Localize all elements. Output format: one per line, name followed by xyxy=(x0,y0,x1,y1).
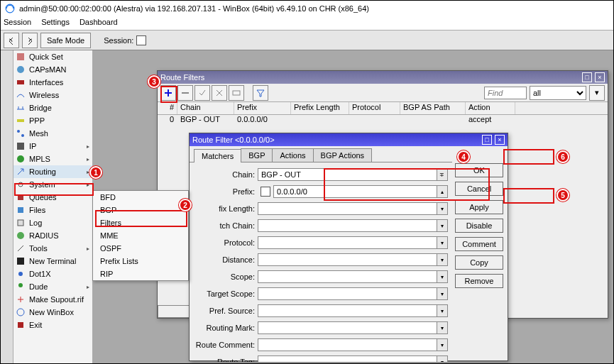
prefix-length-label: fix Length: xyxy=(194,204,258,213)
back-button[interactable] xyxy=(4,33,19,48)
copy-button[interactable]: Copy xyxy=(455,255,503,270)
scope-input[interactable] xyxy=(258,270,437,283)
sidebar-item-mpls[interactable]: MPLS▸ xyxy=(13,153,92,165)
submenu-item-rip[interactable]: RIP xyxy=(93,268,188,280)
wand-icon xyxy=(16,53,25,61)
chain-input[interactable] xyxy=(258,168,437,181)
col-action[interactable]: Action xyxy=(466,102,515,114)
route-comment-down-button[interactable]: ▾ xyxy=(437,338,448,351)
add-button[interactable] xyxy=(160,85,176,101)
safe-mode-button[interactable]: Safe Mode xyxy=(40,33,91,48)
sidebar-item-tools[interactable]: Tools▸ xyxy=(13,242,92,255)
sidebar-item-dude[interactable]: Dude▸ xyxy=(13,280,92,293)
target-scope-down-button[interactable]: ▾ xyxy=(437,287,448,300)
prefix-length-down-button[interactable]: ▾ xyxy=(437,202,448,215)
sidebar-item-newterminal[interactable]: New Terminal xyxy=(13,255,92,268)
sidebar-item-ip[interactable]: IP▸ xyxy=(13,140,92,153)
disable-button[interactable] xyxy=(212,85,227,101)
protocol-down-button[interactable]: ▾ xyxy=(437,236,448,249)
submenu-item-mme[interactable]: MME xyxy=(93,229,188,242)
dialog-title: Route Filter <0.0.0.0/0> xyxy=(192,136,275,144)
prefix-invert-checkbox[interactable] xyxy=(261,187,270,197)
prefix-up-button[interactable]: ▴ xyxy=(437,185,448,198)
sidebar-item-quickset[interactable]: Quick Set xyxy=(13,50,92,63)
remove-button[interactable] xyxy=(177,85,193,101)
route-filter-row[interactable]: 0 BGP - OUT 0.0.0.0/0 accept xyxy=(158,115,608,126)
chain-dropdown-button[interactable]: ∓ xyxy=(437,168,448,181)
cancel-button[interactable]: Cancel xyxy=(455,182,503,196)
distance-input[interactable] xyxy=(258,253,437,266)
sidebar-item-dot1x[interactable]: Dot1X xyxy=(13,268,92,280)
scope-down-button[interactable]: ▾ xyxy=(437,270,448,283)
target-scope-input[interactable] xyxy=(258,287,437,300)
submenu-item-filters[interactable]: Filters xyxy=(93,216,188,229)
minus-icon xyxy=(181,89,190,97)
comment-button[interactable] xyxy=(229,85,244,101)
sidebar-item-radius[interactable]: RADIUS xyxy=(13,229,92,242)
col-number[interactable]: # xyxy=(158,102,177,114)
sidebar-item-files[interactable]: Files xyxy=(13,204,92,216)
sidebar-item-interfaces[interactable]: Interfaces xyxy=(13,76,92,89)
submenu-item-prefixlists[interactable]: Prefix Lists xyxy=(93,255,188,268)
sidebar-item-routing[interactable]: Routing▸ xyxy=(13,165,92,178)
submenu-item-ospf[interactable]: OSPF xyxy=(93,242,188,255)
distance-down-button[interactable]: ▾ xyxy=(437,253,448,266)
session-checkbox[interactable] xyxy=(136,35,146,45)
submenu-item-bgp[interactable]: BGP xyxy=(93,204,188,216)
apply-button[interactable]: Apply xyxy=(455,200,503,214)
col-chain[interactable]: Chain xyxy=(177,102,234,114)
col-protocol[interactable]: Protocol xyxy=(349,102,400,114)
sidebar-item-system[interactable]: System▸ xyxy=(13,178,92,191)
prefix-length-input[interactable] xyxy=(258,202,437,215)
ok-button[interactable]: OK xyxy=(455,163,503,177)
sidebar-item-log[interactable]: Log xyxy=(13,216,92,229)
sidebar-item-bridge[interactable]: Bridge xyxy=(13,101,92,114)
dialog-titlebar[interactable]: Route Filter <0.0.0.0/0> □ × xyxy=(190,133,508,146)
redo-button[interactable] xyxy=(22,33,38,48)
route-tag-down-button[interactable]: ▾ xyxy=(437,355,448,362)
disable-button[interactable]: Disable xyxy=(455,219,503,233)
pref-source-down-button[interactable]: ▾ xyxy=(437,304,448,317)
tab-bgp[interactable]: BGP xyxy=(241,148,273,162)
col-aspath[interactable]: BGP AS Path xyxy=(400,102,466,114)
col-prefix-length[interactable]: Prefix Length xyxy=(291,102,349,114)
match-chain-input[interactable] xyxy=(258,219,437,232)
dialog-restore-button[interactable]: □ xyxy=(482,135,492,145)
submenu-item-bfd[interactable]: BFD xyxy=(93,191,188,204)
filter-field-select[interactable]: all xyxy=(530,86,586,100)
pref-source-input[interactable] xyxy=(258,304,437,317)
routing-mark-input[interactable] xyxy=(258,321,437,334)
sidebar-item-capsman[interactable]: CAPsMAN xyxy=(13,63,92,76)
filter-button[interactable] xyxy=(253,85,268,101)
match-chain-down-button[interactable]: ▾ xyxy=(437,219,448,232)
protocol-input[interactable] xyxy=(258,236,437,249)
route-comment-input[interactable] xyxy=(258,338,437,351)
dialog-close-button[interactable]: × xyxy=(495,135,505,145)
sidebar-item-supout[interactable]: Make Supout.rif xyxy=(13,293,92,306)
route-tag-input[interactable] xyxy=(258,355,437,362)
enable-button[interactable] xyxy=(194,85,210,101)
prefix-input[interactable] xyxy=(273,185,437,198)
route-filters-titlebar[interactable]: Route Filters □ × xyxy=(158,71,608,84)
remove-button[interactable]: Remove xyxy=(455,274,503,288)
sidebar-item-exit[interactable]: Exit xyxy=(13,319,92,331)
sidebar-item-queues[interactable]: Queues xyxy=(13,191,92,204)
menu-session[interactable]: Session xyxy=(4,18,31,28)
sidebar-item-mesh[interactable]: Mesh xyxy=(13,127,92,140)
sidebar-item-wireless[interactable]: Wireless xyxy=(13,89,92,101)
window-close-button[interactable]: × xyxy=(595,72,605,82)
tab-actions[interactable]: Actions xyxy=(272,148,313,162)
menu-settings[interactable]: Settings xyxy=(41,18,70,28)
tab-bgp-actions[interactable]: BGP Actions xyxy=(313,148,373,162)
window-restore-button[interactable]: □ xyxy=(582,72,592,82)
sidebar-item-ppp[interactable]: PPP xyxy=(13,114,92,127)
tab-matchers[interactable]: Matchers xyxy=(194,149,241,162)
find-input[interactable] xyxy=(484,87,527,99)
comment-button[interactable]: Comment xyxy=(455,237,503,251)
find-dropdown-button[interactable]: ▾ xyxy=(589,85,605,101)
svg-point-13 xyxy=(17,232,24,239)
menu-dashboard[interactable]: Dashboard xyxy=(80,18,118,28)
routing-mark-down-button[interactable]: ▾ xyxy=(437,321,448,334)
col-prefix[interactable]: Prefix xyxy=(234,102,291,114)
sidebar-item-newwinbox[interactable]: New WinBox xyxy=(13,306,92,319)
